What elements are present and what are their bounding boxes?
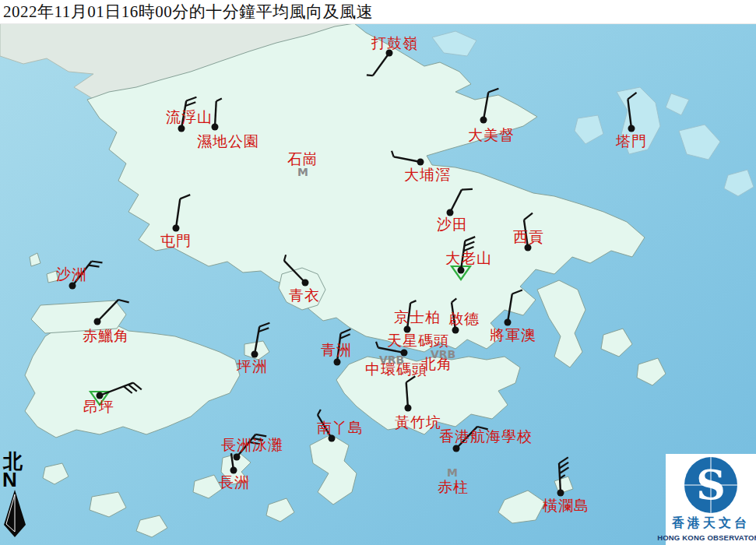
station-label: 濕地公園 (197, 132, 259, 149)
map-title: 2022年11月01日16時00分的十分鐘平均風向及風速 (0, 1, 373, 23)
station-label: 啟德 (448, 310, 480, 327)
station-dot (234, 454, 241, 461)
station-label: 長洲泳灘 (221, 436, 283, 453)
title-bar: 2022年11月01日16時00分的十分鐘平均風向及風速 (0, 0, 756, 24)
hko-name-en: HONG KONG OBSERVATORY (657, 533, 756, 542)
station-dot (452, 327, 459, 334)
hko-name-cn: 香港天文台 (672, 515, 750, 532)
station-dot (405, 405, 412, 412)
station-dot (628, 125, 635, 132)
station-label: 南丫島 (317, 419, 364, 436)
north-label-en: N (2, 469, 17, 490)
station-dot (334, 359, 341, 366)
north-arrow-icon (2, 490, 30, 538)
station-label: 黃竹坑 (395, 413, 441, 431)
station-label: 沙洲 (56, 265, 87, 283)
station-dot (173, 225, 180, 232)
station-label: 打鼓嶺 (371, 34, 418, 51)
north-compass: 北 N (2, 452, 33, 538)
station-label: 將軍澳 (490, 326, 536, 343)
station-label: 香港航海學校 (439, 427, 533, 445)
wind-barb (462, 189, 473, 190)
station-label: 天星碼頭 (387, 332, 449, 349)
station-dot (94, 318, 101, 325)
station-dot (212, 124, 219, 131)
station-label: 赤鱲角 (83, 327, 129, 344)
station-label: 流浮山 (166, 108, 213, 125)
station-label: 大美督 (468, 126, 515, 143)
station-dot (480, 117, 487, 124)
station-note: M (297, 166, 308, 178)
station-label: 昂坪 (83, 398, 114, 415)
station-dot (178, 125, 185, 132)
station-note: VRB (431, 348, 455, 360)
station-label: 塔門 (615, 132, 647, 149)
hong-kong-map: 打鼓嶺流浮山濕地公園大美督塔門石崗M大埔滘沙田屯門沙洲西貢大老山青衣赤鱲角坪洲京… (0, 0, 756, 545)
station-dot (69, 283, 76, 290)
station-label: 京士柏 (394, 308, 441, 325)
station-dot (505, 319, 512, 326)
station-label: 石崗 (287, 150, 318, 167)
station-dot (557, 490, 564, 497)
hko-logo: S 香港天文台 HONG KONG OBSERVATORY (666, 454, 756, 545)
station-label: 青衣 (289, 287, 320, 304)
station-label: 大老山 (445, 249, 492, 266)
station-note: VRB (379, 353, 404, 366)
station-note: M (447, 466, 458, 479)
wind-barb (367, 75, 373, 76)
station-label: 沙田 (437, 216, 468, 233)
station-label: 赤柱 (438, 478, 469, 495)
station-dot (417, 159, 424, 166)
station-label: 橫瀾島 (542, 497, 589, 514)
station-dot (302, 280, 309, 287)
station-dot (453, 445, 460, 452)
hko-logo-monogram: S (696, 461, 726, 508)
station-label: 青洲 (321, 341, 352, 358)
station-dot (458, 267, 465, 274)
station-label: 長洲 (219, 473, 250, 490)
hko-logo-icon: S (666, 454, 756, 515)
station-label: 坪洲 (236, 357, 268, 374)
station-label: 大埔滘 (404, 166, 451, 183)
station-label: 屯門 (160, 232, 192, 249)
station-label: 西貢 (513, 228, 544, 245)
wind-map-screen: 打鼓嶺流浮山濕地公園大美督塔門石崗M大埔滘沙田屯門沙洲西貢大老山青衣赤鱲角坪洲京… (0, 0, 756, 545)
